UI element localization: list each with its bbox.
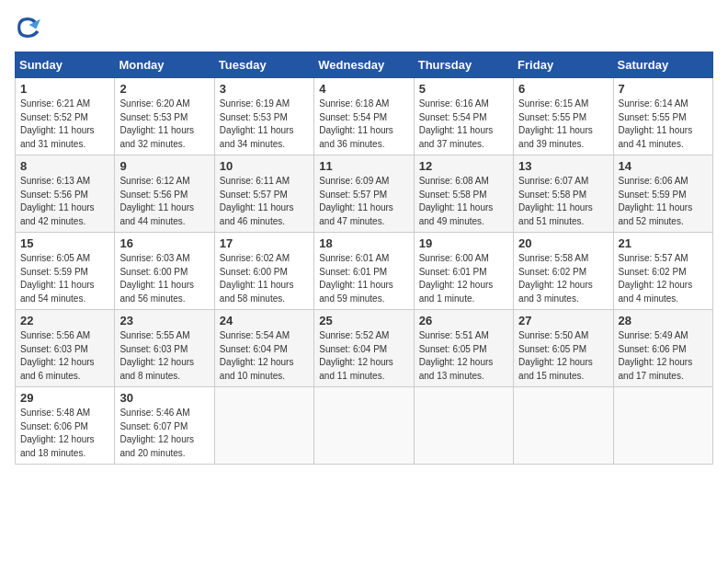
day-header-tuesday: Tuesday (214, 52, 313, 78)
sunrise-label: Sunrise: 5:58 AM (518, 253, 588, 263)
sunset-label: Sunset: 5:53 PM (119, 112, 188, 122)
sunrise-label: Sunrise: 6:12 AM (119, 176, 189, 186)
day-cell-14: 14 Sunrise: 6:06 AM Sunset: 5:59 PM Dayl… (613, 155, 712, 233)
day-cell-12: 12 Sunrise: 6:08 AM Sunset: 5:58 PM Dayl… (414, 155, 513, 233)
day-number: 19 (419, 236, 508, 250)
daylight-label: Daylight: 11 hours and 32 minutes. (119, 125, 194, 149)
day-cell-15: 15 Sunrise: 6:05 AM Sunset: 5:59 PM Dayl… (16, 233, 115, 310)
sunset-label: Sunset: 5:57 PM (319, 190, 387, 200)
day-info: Sunrise: 6:00 AM Sunset: 6:01 PM Dayligh… (419, 252, 508, 305)
day-header-saturday: Saturday (613, 52, 712, 78)
day-cell-23: 23 Sunrise: 5:55 AM Sunset: 6:03 PM Dayl… (115, 310, 214, 387)
daylight-label: Daylight: 11 hours and 58 minutes. (220, 280, 294, 304)
sunrise-label: Sunrise: 6:07 AM (518, 176, 588, 186)
day-info: Sunrise: 6:11 AM Sunset: 5:57 PM Dayligh… (220, 175, 309, 228)
day-header-monday: Monday (115, 52, 214, 78)
sunrise-label: Sunrise: 6:15 AM (518, 98, 588, 109)
day-info: Sunrise: 5:55 AM Sunset: 6:03 PM Dayligh… (119, 329, 209, 383)
day-number: 16 (119, 236, 209, 250)
day-cell-22: 22 Sunrise: 5:56 AM Sunset: 6:03 PM Dayl… (16, 310, 115, 387)
daylight-label: Daylight: 12 hours and 17 minutes. (619, 357, 693, 381)
day-header-sunday: Sunday (16, 52, 115, 78)
daylight-label: Daylight: 11 hours and 37 minutes. (419, 125, 494, 149)
day-info: Sunrise: 6:13 AM Sunset: 5:56 PM Dayligh… (20, 175, 109, 228)
day-info: Sunrise: 6:15 AM Sunset: 5:55 PM Dayligh… (518, 98, 608, 151)
day-info: Sunrise: 5:54 AM Sunset: 6:04 PM Dayligh… (220, 329, 309, 383)
day-number: 4 (319, 82, 408, 96)
day-cell-2: 2 Sunrise: 6:20 AM Sunset: 5:53 PM Dayli… (115, 78, 214, 155)
sunset-label: Sunset: 6:02 PM (518, 267, 586, 277)
daylight-label: Daylight: 11 hours and 41 minutes. (619, 125, 693, 149)
day-number: 25 (319, 314, 408, 327)
week-row-5: 29 Sunrise: 5:48 AM Sunset: 6:06 PM Dayl… (16, 387, 713, 465)
day-number: 9 (119, 159, 209, 173)
sunset-label: Sunset: 6:00 PM (119, 267, 188, 277)
day-cell-11: 11 Sunrise: 6:09 AM Sunset: 5:57 PM Dayl… (314, 155, 414, 233)
day-number: 18 (319, 236, 408, 250)
daylight-label: Daylight: 11 hours and 46 minutes. (220, 202, 294, 226)
day-cell-13: 13 Sunrise: 6:07 AM Sunset: 5:58 PM Dayl… (514, 155, 613, 233)
day-info: Sunrise: 5:49 AM Sunset: 6:06 PM Dayligh… (619, 329, 708, 383)
day-number: 23 (119, 314, 209, 327)
daylight-label: Daylight: 11 hours and 56 minutes. (119, 280, 194, 304)
sunrise-label: Sunrise: 6:16 AM (419, 98, 489, 109)
day-number: 14 (619, 159, 708, 173)
logo (15, 15, 44, 40)
sunrise-label: Sunrise: 6:14 AM (619, 98, 688, 109)
day-cell-3: 3 Sunrise: 6:19 AM Sunset: 5:53 PM Dayli… (214, 78, 313, 155)
daylight-label: Daylight: 12 hours and 18 minutes. (20, 434, 95, 458)
sunset-label: Sunset: 6:03 PM (119, 344, 188, 354)
day-number: 30 (119, 391, 209, 405)
day-cell-25: 25 Sunrise: 5:52 AM Sunset: 6:04 PM Dayl… (314, 310, 414, 387)
empty-cell (613, 387, 712, 465)
day-number: 24 (220, 314, 309, 327)
day-info: Sunrise: 6:14 AM Sunset: 5:55 PM Dayligh… (619, 98, 708, 151)
day-cell-30: 30 Sunrise: 5:46 AM Sunset: 6:07 PM Dayl… (115, 387, 214, 465)
sunrise-label: Sunrise: 5:48 AM (20, 408, 90, 418)
daylight-label: Daylight: 12 hours and 20 minutes. (119, 434, 194, 458)
week-row-4: 22 Sunrise: 5:56 AM Sunset: 6:03 PM Dayl… (16, 310, 713, 387)
header-row: SundayMondayTuesdayWednesdayThursdayFrid… (16, 52, 713, 78)
sunset-label: Sunset: 5:59 PM (619, 190, 687, 200)
sunset-label: Sunset: 6:04 PM (220, 344, 288, 354)
day-number: 11 (319, 159, 408, 173)
day-number: 28 (619, 314, 708, 327)
day-cell-6: 6 Sunrise: 6:15 AM Sunset: 5:55 PM Dayli… (514, 78, 613, 155)
sunset-label: Sunset: 5:55 PM (518, 112, 586, 122)
day-cell-18: 18 Sunrise: 6:01 AM Sunset: 6:01 PM Dayl… (314, 233, 414, 310)
day-info: Sunrise: 5:52 AM Sunset: 6:04 PM Dayligh… (319, 329, 408, 383)
day-cell-5: 5 Sunrise: 6:16 AM Sunset: 5:54 PM Dayli… (414, 78, 513, 155)
sunset-label: Sunset: 5:52 PM (20, 112, 88, 122)
day-number: 20 (518, 236, 608, 250)
sunrise-label: Sunrise: 5:50 AM (518, 330, 588, 340)
day-info: Sunrise: 5:46 AM Sunset: 6:07 PM Dayligh… (119, 407, 209, 460)
sunset-label: Sunset: 6:01 PM (319, 267, 387, 277)
sunset-label: Sunset: 5:56 PM (20, 190, 88, 200)
day-cell-17: 17 Sunrise: 6:02 AM Sunset: 6:00 PM Dayl… (214, 233, 313, 310)
day-number: 29 (20, 391, 109, 405)
week-row-3: 15 Sunrise: 6:05 AM Sunset: 5:59 PM Dayl… (16, 233, 713, 310)
day-number: 3 (220, 82, 309, 96)
day-number: 6 (518, 82, 608, 96)
sunset-label: Sunset: 5:57 PM (220, 190, 288, 200)
sunrise-label: Sunrise: 6:02 AM (220, 253, 290, 263)
daylight-label: Daylight: 11 hours and 39 minutes. (518, 125, 593, 149)
daylight-label: Daylight: 11 hours and 52 minutes. (619, 202, 693, 226)
week-row-1: 1 Sunrise: 6:21 AM Sunset: 5:52 PM Dayli… (16, 78, 713, 155)
sunrise-label: Sunrise: 6:20 AM (119, 98, 189, 109)
sunset-label: Sunset: 5:55 PM (619, 112, 687, 122)
sunset-label: Sunset: 6:06 PM (619, 344, 687, 354)
day-info: Sunrise: 6:19 AM Sunset: 5:53 PM Dayligh… (220, 98, 309, 151)
day-cell-8: 8 Sunrise: 6:13 AM Sunset: 5:56 PM Dayli… (16, 155, 115, 233)
sunset-label: Sunset: 6:03 PM (20, 344, 88, 354)
daylight-label: Daylight: 11 hours and 51 minutes. (518, 202, 593, 226)
daylight-label: Daylight: 11 hours and 49 minutes. (419, 202, 494, 226)
day-number: 1 (20, 82, 109, 96)
sunrise-label: Sunrise: 5:49 AM (619, 330, 688, 340)
day-info: Sunrise: 5:51 AM Sunset: 6:05 PM Dayligh… (419, 329, 508, 383)
empty-cell (314, 387, 414, 465)
sunset-label: Sunset: 6:01 PM (419, 267, 487, 277)
daylight-label: Daylight: 11 hours and 54 minutes. (20, 280, 95, 304)
day-cell-16: 16 Sunrise: 6:03 AM Sunset: 6:00 PM Dayl… (115, 233, 214, 310)
day-info: Sunrise: 6:06 AM Sunset: 5:59 PM Dayligh… (619, 175, 708, 228)
